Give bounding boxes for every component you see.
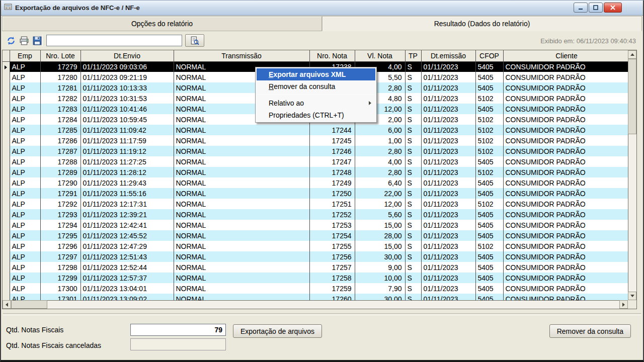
exportacao-de-arquivos-button[interactable]: Exportação de arquivos — [233, 324, 322, 338]
minimize-icon — [578, 5, 584, 11]
minimize-button[interactable] — [574, 3, 588, 13]
menu-item-propriedades-ctrl-t[interactable]: Propriedades (CTRL+T) — [257, 109, 375, 121]
cell-emp: ALP — [10, 104, 40, 114]
maximize-button[interactable] — [589, 3, 603, 13]
cell-nro-nota: 17258 — [309, 273, 355, 283]
menu-item-relativo-ao[interactable]: Relativo ao — [257, 97, 375, 109]
tab-opcoes-do-relatorio[interactable]: Opções do relatório — [2, 16, 322, 31]
row-indicator — [3, 209, 10, 220]
table-row[interactable]: ALP1729201/11/2023 12:17:31NORMAL1725112… — [3, 199, 628, 209]
column-header-dt-emiss-o[interactable]: Dt.emissão — [421, 50, 475, 61]
cell-nro-lote: 17289 — [40, 167, 80, 177]
cell-nro-lote: 17288 — [40, 156, 80, 167]
table-row[interactable]: ALP1728701/11/2023 11:19:12NORMAL172462,… — [3, 146, 628, 156]
cell-transmiss-o: NORMAL — [174, 199, 309, 209]
column-header-dt-envio[interactable]: Dt.Envio — [80, 50, 174, 61]
vertical-scroll-thumb[interactable] — [628, 59, 636, 134]
table-row[interactable]: ALP1728501/11/2023 11:09:42NORMAL172446,… — [3, 125, 628, 135]
cell-vl-nota: 6,40 — [355, 177, 405, 188]
row-indicator — [3, 156, 10, 167]
qtd-notas-field[interactable] — [130, 324, 226, 336]
menu-item-label: Exportar arquivos XML — [269, 70, 346, 78]
cell-dt-emiss-o: 01/11/2023 — [421, 104, 475, 114]
cell-emp: ALP — [10, 177, 40, 188]
app-window: Exportação de arquivos de NFC-e / NF-e O… — [0, 0, 644, 362]
table-row[interactable]: ALP1729101/11/2023 11:55:16NORMAL1725022… — [3, 188, 628, 199]
cell-cfop: 5405 — [475, 177, 503, 188]
cell-emp: ALP — [10, 82, 40, 93]
cell-transmiss-o: NORMAL — [174, 156, 309, 167]
cell-cfop: 5405 — [475, 251, 503, 262]
qtd-notas-canceladas-field[interactable] — [130, 338, 226, 350]
cell-transmiss-o: NORMAL — [174, 273, 309, 283]
cell-nro-lote: 17280 — [40, 72, 80, 82]
vertical-scrollbar[interactable] — [628, 50, 636, 300]
close-button[interactable] — [604, 3, 622, 13]
row-indicator — [3, 177, 10, 188]
table-row[interactable]: ALP1728901/11/2023 11:28:12NORMAL172482,… — [3, 167, 628, 177]
cell-cliente: CONSUMIDOR PADRÃO — [503, 220, 628, 230]
remover-da-consulta-button[interactable]: Remover da consulta — [549, 324, 631, 338]
column-header-nro-nota[interactable]: Nro. Nota — [309, 50, 355, 61]
tab-resultado-dados-do-relatorio[interactable]: Resultado (Dados do relatório) — [322, 16, 642, 31]
cell-emp: ALP — [10, 283, 40, 294]
table-row[interactable]: ALP1729901/11/2023 12:57:37NORMAL1725810… — [3, 273, 628, 283]
print-button[interactable] — [18, 35, 30, 47]
table-row[interactable]: ALP1729301/11/2023 12:39:21NORMAL172525,… — [3, 209, 628, 220]
table-row[interactable]: ALP1729001/11/2023 11:29:43NORMAL172496,… — [3, 177, 628, 188]
cell-transmiss-o: NORMAL — [174, 241, 309, 251]
table-row[interactable]: ALP1729401/11/2023 12:42:41NORMAL1725315… — [3, 220, 628, 230]
cell-emp: ALP — [10, 188, 40, 199]
horizontal-scrollbar[interactable] — [3, 300, 628, 309]
cell-nro-nota: 17246 — [309, 146, 355, 156]
cell-emp: ALP — [10, 156, 40, 167]
column-header-emp[interactable]: Emp — [10, 50, 40, 61]
cell-cfop: 5405 — [475, 72, 503, 82]
column-header-vl-nota[interactable]: Vl. Nota — [355, 50, 405, 61]
displayed-at-text: Exibido em: 06/11/2023 09:40:43 — [540, 37, 636, 45]
table-row[interactable]: ALP1730101/11/2023 13:09:02NORMAL1726030… — [3, 294, 628, 300]
cell-cliente: CONSUMIDOR PADRÃO — [503, 283, 628, 294]
cell-emp: ALP — [10, 167, 40, 177]
menu-item-remover-da-consulta[interactable]: Remover da consulta — [257, 80, 375, 93]
cell-nro-nota: 17259 — [309, 283, 355, 294]
cell-dt-envio: 01/11/2023 12:42:41 — [80, 220, 174, 230]
cell-vl-nota: 15,00 — [355, 220, 405, 230]
cell-dt-envio: 01/11/2023 11:09:42 — [80, 125, 174, 135]
table-row[interactable]: ALP1730001/11/2023 13:04:01NORMAL172597,… — [3, 283, 628, 294]
scroll-up-button[interactable] — [628, 50, 636, 59]
report-preview-icon — [190, 36, 200, 45]
scroll-right-button[interactable] — [619, 300, 628, 309]
column-header-nro-lote[interactable]: Nro. Lote — [40, 50, 80, 61]
scroll-left-button[interactable] — [3, 300, 11, 309]
cell-vl-nota: 1,00 — [355, 135, 405, 146]
refresh-button[interactable] — [5, 35, 17, 47]
save-button[interactable] — [31, 35, 43, 47]
table-row[interactable]: ALP1729501/11/2023 12:45:52NORMAL1725428… — [3, 230, 628, 241]
column-header-tp[interactable]: TP — [405, 50, 421, 61]
cell-cfop: 5405 — [475, 283, 503, 294]
cell-transmiss-o: NORMAL — [174, 177, 309, 188]
cell-tp: S — [405, 125, 421, 135]
horizontal-scroll-thumb[interactable] — [11, 300, 47, 309]
cell-nro-nota: 17256 — [309, 251, 355, 262]
menu-item-exportar-arquivos-xml[interactable]: Exportar arquivos XML — [257, 68, 375, 80]
column-header-cfop[interactable]: CFOP — [475, 50, 503, 61]
cell-cliente: CONSUMIDOR PADRÃO — [503, 251, 628, 262]
column-header-cliente[interactable]: Cliente — [503, 50, 628, 61]
table-row[interactable]: ALP1729601/11/2023 12:47:29NORMAL1725515… — [3, 241, 628, 251]
table-row[interactable]: ALP1728801/11/2023 11:27:25NORMAL172474,… — [3, 156, 628, 167]
table-row[interactable]: ALP1729801/11/2023 12:52:44NORMAL172579,… — [3, 262, 628, 273]
scroll-down-button[interactable] — [628, 292, 636, 300]
table-row[interactable]: ALP1729701/11/2023 12:51:43NORMAL1725630… — [3, 251, 628, 262]
cell-emp: ALP — [10, 294, 40, 300]
table-row[interactable]: ALP1728601/11/2023 11:17:59NORMAL172451,… — [3, 135, 628, 146]
filter-input[interactable] — [46, 35, 182, 46]
cell-transmiss-o: NORMAL — [174, 125, 309, 135]
cell-tp: S — [405, 135, 421, 146]
cell-tp: S — [405, 220, 421, 230]
preview-button[interactable] — [185, 34, 204, 47]
cell-cliente: CONSUMIDOR PADRÃO — [503, 146, 628, 156]
column-header-transmiss-o[interactable]: Transmissão — [174, 50, 309, 61]
cell-cfop: 5102 — [475, 167, 503, 177]
